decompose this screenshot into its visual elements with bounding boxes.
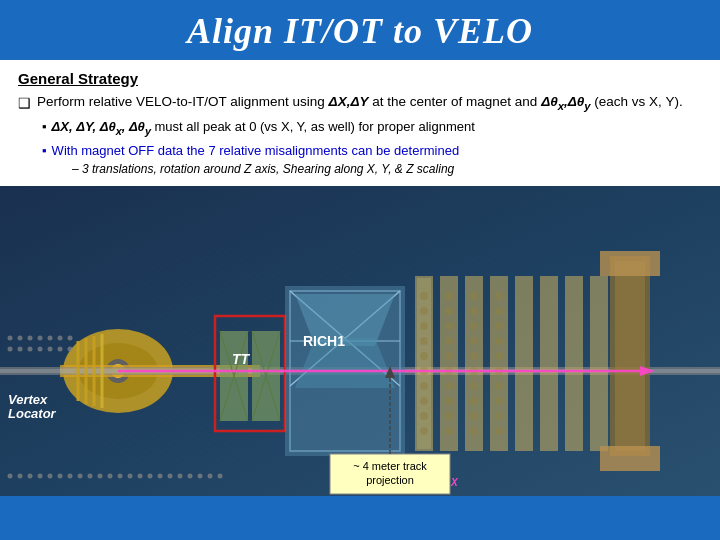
svg-point-93	[38, 347, 43, 352]
svg-rect-78	[615, 261, 645, 451]
svg-point-60	[470, 412, 478, 420]
svg-point-70	[495, 397, 503, 405]
svg-point-50	[445, 427, 453, 435]
svg-point-100	[38, 474, 43, 479]
svg-rect-62	[490, 276, 508, 451]
svg-point-53	[470, 307, 478, 315]
svg-point-43	[445, 322, 453, 330]
title-area: Align IT/OT to VELO	[0, 0, 720, 60]
svg-text:Vertex: Vertex	[8, 392, 48, 407]
svg-point-64	[495, 307, 503, 315]
svg-point-118	[218, 474, 223, 479]
svg-point-47	[445, 382, 453, 390]
svg-point-41	[445, 292, 453, 300]
svg-point-59	[470, 397, 478, 405]
svg-text:RICH1: RICH1	[303, 333, 345, 349]
svg-point-115	[188, 474, 193, 479]
svg-text:~ 4 meter track: ~ 4 meter track	[353, 460, 427, 472]
svg-text:Locator: Locator	[8, 406, 57, 421]
svg-point-103	[68, 474, 73, 479]
svg-point-44	[445, 337, 453, 345]
svg-rect-74	[540, 276, 558, 451]
svg-point-87	[48, 336, 53, 341]
svg-point-37	[420, 397, 428, 405]
svg-point-67	[495, 352, 503, 360]
slide-title: Align IT/OT to VELO	[187, 11, 533, 51]
svg-point-66	[495, 337, 503, 345]
sub-bullets-container: ▪ ΔX, ΔY, Δθx, Δθy must all peak at 0 (v…	[42, 118, 702, 176]
svg-point-92	[28, 347, 33, 352]
svg-point-102	[58, 474, 63, 479]
svg-rect-40	[440, 276, 458, 451]
svg-rect-51	[465, 276, 483, 451]
svg-point-101	[48, 474, 53, 479]
bullet-checkbox-icon: ❑	[18, 94, 31, 114]
sub-sub-bullet-text: – 3 translations, rotation around Z axis…	[72, 162, 454, 176]
svg-rect-79	[600, 251, 660, 276]
svg-point-89	[68, 336, 73, 341]
svg-point-114	[178, 474, 183, 479]
sub-bullet-1: ▪ ΔX, ΔY, Δθx, Δθy must all peak at 0 (v…	[42, 118, 702, 138]
diagram-area: Vertex Locator TT RICH1 ΔX,ΔΘ X ~ 4 mete…	[0, 186, 720, 496]
sub-bullet-1-text: ΔX, ΔY, Δθx, Δθy must all peak at 0 (vs …	[52, 118, 475, 138]
svg-point-38	[420, 412, 428, 420]
svg-rect-76	[590, 276, 608, 451]
main-bullet-text: Perform relative VELO-to-IT/OT alignment…	[37, 93, 702, 114]
svg-text:X: X	[450, 477, 459, 488]
main-bullet: ❑ Perform relative VELO-to-IT/OT alignme…	[18, 93, 702, 114]
svg-point-97	[8, 474, 13, 479]
svg-point-83	[8, 336, 13, 341]
svg-point-104	[78, 474, 83, 479]
svg-point-94	[48, 347, 53, 352]
svg-point-107	[108, 474, 113, 479]
svg-point-105	[88, 474, 93, 479]
diagram-svg: Vertex Locator TT RICH1 ΔX,ΔΘ X ~ 4 mete…	[0, 186, 720, 496]
svg-point-113	[168, 474, 173, 479]
svg-point-30	[420, 292, 428, 300]
svg-point-110	[138, 474, 143, 479]
general-strategy-heading: General Strategy	[18, 70, 702, 87]
svg-point-63	[495, 292, 503, 300]
svg-point-56	[470, 352, 478, 360]
svg-point-117	[208, 474, 213, 479]
svg-point-111	[148, 474, 153, 479]
svg-point-72	[495, 427, 503, 435]
svg-point-85	[28, 336, 33, 341]
svg-text:projection: projection	[366, 474, 414, 486]
svg-point-34	[420, 352, 428, 360]
svg-point-42	[445, 307, 453, 315]
content-area: General Strategy ❑ Perform relative VELO…	[0, 60, 720, 186]
svg-point-90	[8, 347, 13, 352]
svg-point-112	[158, 474, 163, 479]
sub-sub-bullet: – 3 translations, rotation around Z axis…	[72, 162, 702, 176]
svg-rect-29	[417, 278, 431, 449]
svg-point-98	[18, 474, 23, 479]
svg-point-108	[118, 474, 123, 479]
svg-point-71	[495, 412, 503, 420]
svg-point-99	[28, 474, 33, 479]
svg-point-116	[198, 474, 203, 479]
svg-point-106	[98, 474, 103, 479]
svg-rect-80	[600, 446, 660, 471]
svg-point-61	[470, 427, 478, 435]
svg-text:TT: TT	[232, 351, 251, 367]
svg-point-36	[420, 382, 428, 390]
svg-point-55	[470, 337, 478, 345]
svg-point-45	[445, 352, 453, 360]
svg-point-109	[128, 474, 133, 479]
svg-point-95	[58, 347, 63, 352]
svg-point-31	[420, 307, 428, 315]
svg-point-88	[58, 336, 63, 341]
svg-point-96	[68, 347, 73, 352]
svg-rect-75	[565, 276, 583, 451]
svg-point-32	[420, 322, 428, 330]
slide: Align IT/OT to VELO General Strategy ❑ P…	[0, 0, 720, 540]
svg-point-48	[445, 397, 453, 405]
svg-point-84	[18, 336, 23, 341]
svg-point-54	[470, 322, 478, 330]
svg-point-65	[495, 322, 503, 330]
svg-rect-73	[515, 276, 533, 451]
sub-bullet-2-text: With magnet OFF data the 7 relative misa…	[52, 142, 460, 160]
svg-point-91	[18, 347, 23, 352]
svg-point-52	[470, 292, 478, 300]
